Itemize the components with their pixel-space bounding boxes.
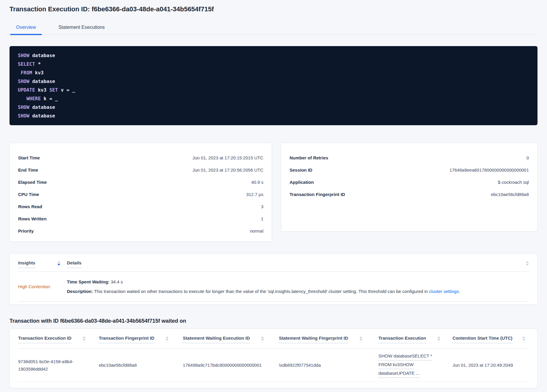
cell-statement-waiting-fingerprint-id: \xdb8922f077541dda: [279, 361, 378, 369]
page-title: Transaction Execution ID: f6be6366-da03-…: [10, 0, 537, 14]
end-time-label: End Time: [18, 167, 38, 173]
sql-line: FROM kv3: [18, 68, 529, 77]
transaction-fingerprint-id-label: Transaction Fingerprint ID: [290, 192, 345, 197]
transaction-fingerprint-id-link[interactable]: ebc10ae56cfd88a8: [491, 192, 529, 197]
tab-statement-executions[interactable]: Statement Executions: [52, 22, 111, 35]
sort-down-arrow: [166, 339, 169, 341]
sort-down-arrow: [57, 264, 60, 266]
cpu-time-label: CPU Time: [18, 192, 39, 197]
summary-row: Transaction Fingerprint ID ebc10ae56cfd8…: [290, 192, 529, 197]
transaction-execution-line[interactable]: FROM kv3SHOW: [378, 361, 414, 369]
start-time-value: Jun 01, 2023 at 17:20:15:2015 UTC: [192, 155, 263, 161]
summary-row: Number of Retries 0: [290, 155, 529, 161]
column-header-statement-waiting-execution-id: Statement Waiting Execution ID: [183, 335, 279, 343]
transaction-details-page: Transaction Execution ID: f6be6366-da03-…: [0, 0, 547, 388]
summary-row: Start Time Jun 01, 2023 at 17:20:15:2015…: [18, 155, 263, 161]
sort-down-arrow: [83, 339, 86, 341]
sort-up-arrow: [522, 336, 525, 338]
sort-icon[interactable]: [359, 336, 362, 341]
cpu-time-value: 312.7 µs: [246, 192, 263, 197]
sql-line: UPDATE kv3 SET v = _: [18, 86, 529, 94]
waited-on-table-card: Transaction Execution ID Transaction Fin…: [10, 329, 537, 388]
sort-icon[interactable]: [166, 336, 169, 341]
rows-written-label: Rows Written: [18, 216, 47, 222]
sql-line: SHOW database: [18, 112, 529, 120]
insight-description: Description: This transaction waited on …: [67, 288, 529, 294]
elapsed-time-label: Elapsed Time: [18, 179, 47, 185]
priority-value: normal: [250, 228, 263, 234]
sort-up-arrow: [261, 336, 264, 338]
column-label[interactable]: Transaction Execution ID: [18, 335, 71, 343]
cell-contention-start-time: Jun 01, 2023 at 17:20:49:2049: [452, 361, 529, 369]
transaction-execution-line[interactable]: databaseUPDATE ...: [378, 369, 419, 378]
insight-row: High Contention Time Spent Waiting: 34.4…: [18, 272, 529, 302]
insights-column-label[interactable]: Insights: [18, 260, 35, 268]
sort-up-arrow: [166, 336, 169, 338]
sql-line: SELECT *: [18, 60, 529, 68]
summary-row: End Time Jun 01, 2023 at 17:20:56:2056 U…: [18, 167, 263, 173]
sort-icon[interactable]: [522, 336, 525, 341]
description-end: .: [459, 289, 460, 294]
description-text: This transaction waited on other transac…: [93, 289, 429, 294]
sort-up-arrow: [57, 261, 60, 263]
sql-line: SHOW database: [18, 51, 529, 60]
sort-icon[interactable]: [526, 261, 529, 266]
transaction-execution-line[interactable]: SHOW databaseSELECT *: [378, 352, 432, 360]
sort-down-arrow: [437, 339, 440, 341]
column-header-contention-start-time: Contention Start Time (UTC): [452, 335, 529, 343]
summary-row: Application $ cockroach sql: [290, 179, 529, 185]
column-label[interactable]: Contention Start Time (UTC): [452, 335, 512, 343]
cell-statement-waiting-execution-id: 176498a9c717bdc80000000000000001: [183, 361, 279, 369]
sort-up-arrow: [359, 336, 362, 338]
retries-value: 0: [526, 155, 529, 161]
waited-on-table-header: Transaction Execution ID Transaction Fin…: [18, 329, 529, 349]
column-label[interactable]: Statement Waiting Execution ID: [183, 335, 250, 343]
insight-details: Time Spent Waiting: 34.4 s Description: …: [67, 279, 529, 294]
sort-icon[interactable]: [261, 336, 264, 341]
column-label[interactable]: Transaction Execution: [378, 335, 426, 343]
column-header-transaction-execution-id: Transaction Execution ID: [18, 335, 99, 343]
tab-overview[interactable]: Overview: [10, 22, 43, 35]
rows-written-value: 1: [261, 216, 263, 222]
session-id-value: 17648a9eea6017800000000000000001: [449, 167, 529, 173]
cell-transaction-fingerprint-id: ebc10ae56cfd88a8: [99, 361, 183, 369]
insights-table-card: Insights Details High Contention Time Sp…: [10, 253, 537, 305]
insight-type: High Contention: [18, 284, 67, 289]
cluster-settings-link[interactable]: cluster settings: [429, 289, 459, 294]
sort-down-arrow: [522, 339, 525, 341]
time-spent-waiting: Time Spent Waiting: 34.4 s: [67, 279, 529, 285]
details-column-header: Details: [67, 260, 81, 268]
column-label[interactable]: Transaction Fingerprint ID: [99, 335, 154, 343]
waited-on-heading: Transaction with ID f6be6366-da03-48de-a…: [10, 317, 537, 324]
waited-on-table-row: 9738d051-bc0e-4158-a9b4-1903586ddd42 ebc…: [18, 349, 529, 382]
sort-up-arrow: [437, 336, 440, 338]
summary-row: Rows Read 3: [18, 204, 263, 209]
details-column-label[interactable]: Details: [67, 260, 81, 268]
sort-icon[interactable]: [83, 336, 86, 341]
rows-read-label: Rows Read: [18, 204, 42, 209]
sort-up-arrow: [83, 336, 86, 338]
sort-up-arrow: [526, 261, 529, 263]
summary-cards-row: Start Time Jun 01, 2023 at 17:20:15:2015…: [10, 143, 537, 242]
column-label[interactable]: Statement Waiting Fingerprint ID: [279, 335, 348, 343]
summary-row: Elapsed Time 40.9 s: [18, 179, 263, 185]
execution-summary-card: Start Time Jun 01, 2023 at 17:20:15:2015…: [10, 143, 272, 242]
sort-icon[interactable]: [57, 261, 60, 266]
sql-line: SHOW database: [18, 103, 529, 112]
sort-down-arrow: [526, 264, 529, 266]
application-value: $ cockroach sql: [498, 179, 529, 185]
column-header-statement-waiting-fingerprint-id: Statement Waiting Fingerprint ID: [279, 335, 378, 343]
rows-read-value: 3: [261, 204, 263, 209]
column-header-transaction-execution: Transaction Execution: [378, 335, 452, 343]
start-time-label: Start Time: [18, 155, 40, 161]
application-label: Application: [290, 179, 314, 185]
insights-table-header: Insights Details: [18, 254, 529, 272]
insights-column-header: Insights: [18, 260, 67, 268]
description-label: Description:: [67, 289, 93, 294]
summary-row: Session ID 17648a9eea6017800000000000000…: [290, 167, 529, 173]
summary-row: CPU Time 312.7 µs: [18, 192, 263, 197]
sort-icon[interactable]: [437, 336, 440, 341]
summary-row: Priority normal: [18, 228, 263, 234]
elapsed-time-value: 40.9 s: [251, 179, 263, 185]
cell-transaction-execution-link[interactable]: SHOW databaseSELECT * FROM kv3SHOW datab…: [378, 352, 452, 378]
